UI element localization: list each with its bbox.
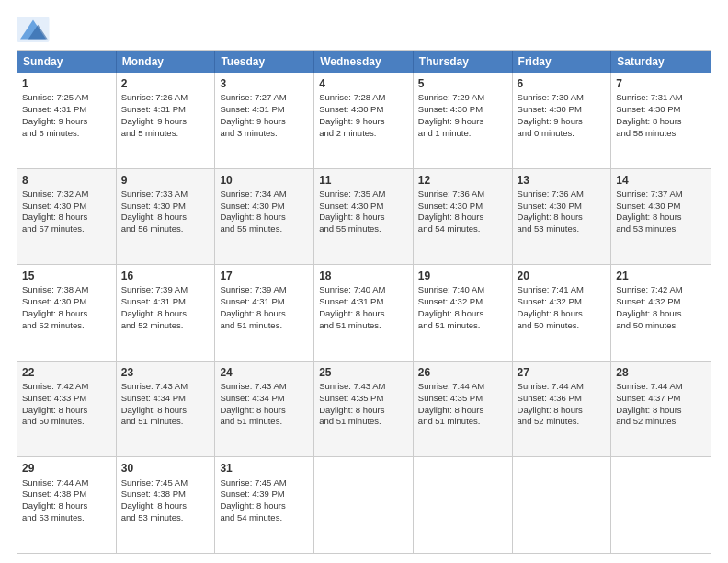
day-info-line: and 55 minutes.: [319, 224, 408, 236]
day-info-line: and 52 minutes.: [518, 416, 607, 428]
day-number: 10: [220, 173, 309, 188]
calendar-empty-cell: [314, 457, 414, 553]
day-number: 29: [22, 461, 111, 476]
calendar-day-11: 11Sunrise: 7:35 AMSunset: 4:30 PMDayligh…: [314, 169, 414, 265]
header: [17, 17, 711, 42]
day-info-line: Sunset: 4:30 PM: [518, 201, 607, 213]
day-number: 4: [319, 76, 408, 91]
day-info-line: Sunset: 4:32 PM: [518, 296, 607, 308]
calendar-day-12: 12Sunrise: 7:36 AMSunset: 4:30 PMDayligh…: [414, 169, 513, 265]
day-info-line: Daylight: 8 hours: [220, 308, 309, 320]
calendar-week-1: 1Sunrise: 7:25 AMSunset: 4:31 PMDaylight…: [17, 73, 711, 168]
calendar-empty-cell: [414, 457, 513, 553]
day-info-line: and 1 minute.: [418, 128, 507, 140]
day-info-line: Sunrise: 7:32 AM: [22, 189, 111, 201]
day-info-line: and 53 minutes.: [121, 512, 210, 524]
day-info-line: and 3 minutes.: [220, 128, 309, 140]
day-info-line: Sunrise: 7:42 AM: [22, 381, 111, 393]
day-info-line: Daylight: 8 hours: [518, 405, 607, 417]
calendar-empty-cell: [513, 457, 612, 553]
day-info-line: Sunset: 4:30 PM: [518, 104, 607, 116]
day-info-line: and 2 minutes.: [319, 128, 408, 140]
day-info-line: Daylight: 8 hours: [616, 116, 706, 128]
calendar-day-29: 29Sunrise: 7:44 AMSunset: 4:38 PMDayligh…: [17, 457, 117, 553]
day-info-line: Sunrise: 7:44 AM: [616, 381, 706, 393]
day-info-line: Daylight: 9 hours: [418, 116, 507, 128]
calendar-day-8: 8Sunrise: 7:32 AMSunset: 4:30 PMDaylight…: [17, 169, 117, 265]
day-info-line: Sunset: 4:30 PM: [616, 104, 706, 116]
day-number: 3: [220, 76, 309, 91]
day-number: 17: [220, 269, 309, 283]
day-info-line: Sunrise: 7:31 AM: [616, 92, 706, 104]
day-info-line: and 0 minutes.: [518, 128, 607, 140]
day-info-line: Sunset: 4:31 PM: [220, 296, 309, 308]
day-info-line: and 50 minutes.: [616, 320, 706, 332]
calendar-empty-cell: [611, 457, 711, 553]
day-info-line: and 52 minutes.: [22, 320, 111, 332]
day-info-line: Sunrise: 7:45 AM: [220, 477, 309, 489]
day-number: 27: [518, 365, 607, 380]
day-info-line: Daylight: 8 hours: [121, 308, 210, 320]
calendar-day-15: 15Sunrise: 7:38 AMSunset: 4:30 PMDayligh…: [17, 265, 117, 361]
day-info-line: Daylight: 8 hours: [22, 500, 111, 512]
day-info-line: Sunset: 4:30 PM: [616, 201, 706, 213]
day-info-line: Sunrise: 7:39 AM: [121, 284, 210, 296]
calendar-day-3: 3Sunrise: 7:27 AMSunset: 4:31 PMDaylight…: [215, 73, 314, 168]
calendar-day-25: 25Sunrise: 7:43 AMSunset: 4:35 PMDayligh…: [314, 362, 414, 457]
day-info-line: and 57 minutes.: [22, 224, 111, 236]
day-info-line: Sunset: 4:30 PM: [22, 296, 111, 308]
calendar-week-3: 15Sunrise: 7:38 AMSunset: 4:30 PMDayligh…: [17, 264, 711, 361]
day-info-line: Daylight: 8 hours: [418, 405, 507, 417]
day-number: 23: [121, 365, 210, 380]
day-info-line: Daylight: 8 hours: [121, 500, 210, 512]
day-info-line: Daylight: 8 hours: [319, 212, 408, 224]
day-number: 5: [418, 76, 507, 91]
day-number: 2: [121, 76, 210, 91]
calendar-day-4: 4Sunrise: 7:28 AMSunset: 4:30 PMDaylight…: [314, 73, 414, 168]
day-info-line: Sunrise: 7:34 AM: [220, 189, 309, 201]
day-info-line: and 54 minutes.: [418, 224, 507, 236]
day-info-line: and 53 minutes.: [616, 224, 706, 236]
day-info-line: Sunrise: 7:26 AM: [121, 92, 210, 104]
day-info-line: Sunrise: 7:25 AM: [22, 92, 111, 104]
day-info-line: Sunset: 4:30 PM: [319, 201, 408, 213]
day-info-line: and 58 minutes.: [616, 128, 706, 140]
calendar-day-16: 16Sunrise: 7:39 AMSunset: 4:31 PMDayligh…: [117, 265, 216, 361]
day-info-line: Sunset: 4:31 PM: [121, 104, 210, 116]
day-number: 12: [418, 173, 507, 188]
day-info-line: Sunrise: 7:28 AM: [319, 92, 408, 104]
day-info-line: Sunset: 4:30 PM: [418, 201, 507, 213]
weekday-header-thursday: Thursday: [414, 51, 513, 73]
calendar-day-24: 24Sunrise: 7:43 AMSunset: 4:34 PMDayligh…: [215, 362, 314, 457]
day-info-line: Sunrise: 7:45 AM: [121, 477, 210, 489]
day-info-line: Sunset: 4:38 PM: [121, 488, 210, 500]
day-info-line: Sunrise: 7:37 AM: [616, 189, 706, 201]
calendar-day-13: 13Sunrise: 7:36 AMSunset: 4:30 PMDayligh…: [513, 169, 612, 265]
day-number: 24: [220, 365, 309, 380]
day-info-line: Daylight: 9 hours: [319, 116, 408, 128]
day-info-line: Daylight: 9 hours: [518, 116, 607, 128]
day-info-line: Sunrise: 7:43 AM: [220, 381, 309, 393]
calendar-day-17: 17Sunrise: 7:39 AMSunset: 4:31 PMDayligh…: [215, 265, 314, 361]
calendar-day-20: 20Sunrise: 7:41 AMSunset: 4:32 PMDayligh…: [513, 265, 612, 361]
day-info-line: Daylight: 8 hours: [518, 212, 607, 224]
calendar-day-23: 23Sunrise: 7:43 AMSunset: 4:34 PMDayligh…: [117, 362, 216, 457]
calendar-day-19: 19Sunrise: 7:40 AMSunset: 4:32 PMDayligh…: [414, 265, 513, 361]
weekday-header-sunday: Sunday: [17, 51, 117, 73]
day-number: 8: [22, 173, 111, 188]
calendar-week-4: 22Sunrise: 7:42 AMSunset: 4:33 PMDayligh…: [17, 361, 711, 457]
day-info-line: Sunset: 4:30 PM: [418, 104, 507, 116]
day-info-line: Daylight: 8 hours: [220, 405, 309, 417]
day-info-line: Sunset: 4:33 PM: [22, 393, 111, 405]
calendar-body: 1Sunrise: 7:25 AMSunset: 4:31 PMDaylight…: [17, 73, 711, 553]
day-info-line: Sunset: 4:30 PM: [319, 104, 408, 116]
day-number: 28: [616, 365, 706, 380]
page: SundayMondayTuesdayWednesdayThursdayFrid…: [0, 0, 728, 563]
weekday-header-wednesday: Wednesday: [314, 51, 414, 73]
day-info-line: Sunrise: 7:44 AM: [418, 381, 507, 393]
calendar-day-5: 5Sunrise: 7:29 AMSunset: 4:30 PMDaylight…: [414, 73, 513, 168]
day-info-line: and 51 minutes.: [418, 416, 507, 428]
day-info-line: Daylight: 8 hours: [418, 212, 507, 224]
calendar-day-22: 22Sunrise: 7:42 AMSunset: 4:33 PMDayligh…: [17, 362, 117, 457]
day-info-line: Daylight: 9 hours: [220, 116, 309, 128]
